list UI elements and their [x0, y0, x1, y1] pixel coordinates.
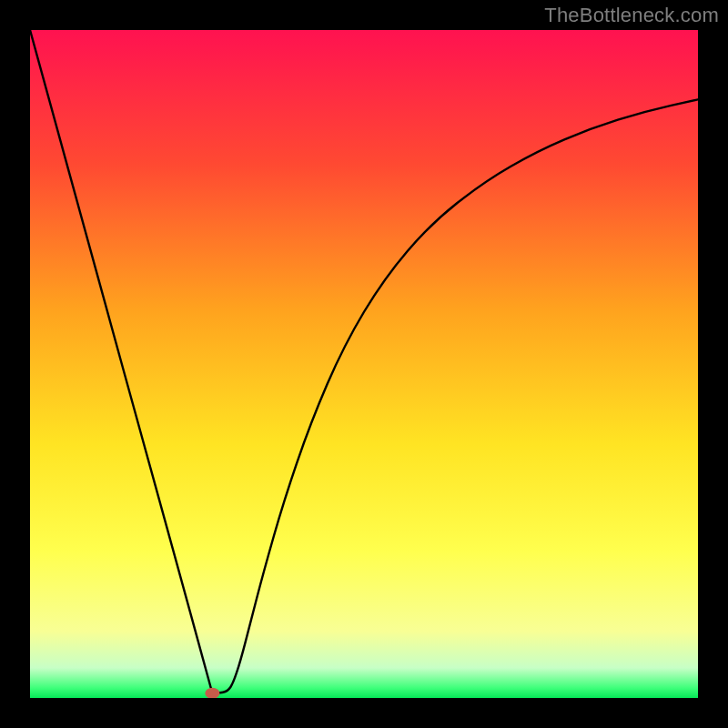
- gradient-background: [30, 30, 698, 698]
- watermark-text: TheBottleneck.com: [544, 4, 719, 27]
- chart-frame: [30, 30, 698, 698]
- bottleneck-chart: [30, 30, 698, 698]
